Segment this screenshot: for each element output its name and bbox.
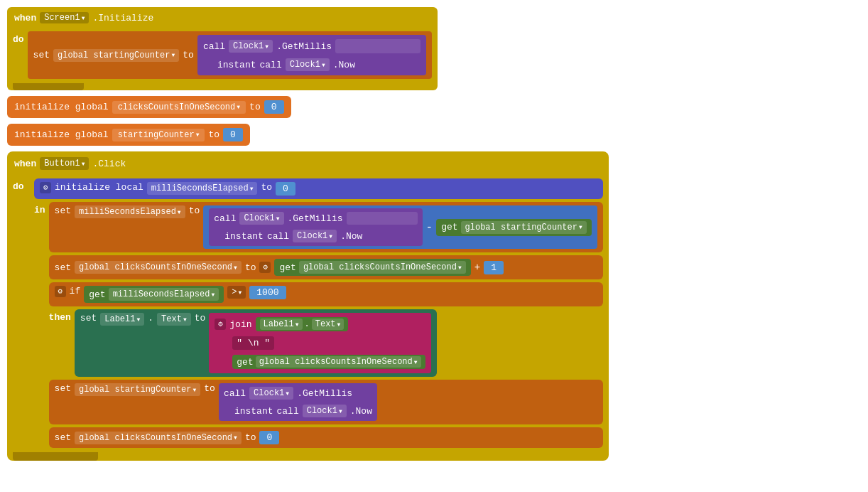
text-dropdown2[interactable]: Text [312,319,345,330]
global-clicks-dropdown3[interactable]: global clicksCountsInOneSecond [256,356,421,368]
block-canvas: when Screen1 .Initialize do set global s… [7,7,859,461]
gear-icon-3: ⚙ [55,286,66,297]
if-label: if [70,286,81,296]
clock1-dropdown-1[interactable]: Clock1 [229,40,273,53]
get-millis-3: .GetMillis [297,388,352,399]
do-label-2: do [13,178,31,192]
label1-dropdown2[interactable]: Label1 [260,319,303,330]
screen1-dropdown[interactable]: Screen1 [40,12,89,23]
global-clicks-dropdown[interactable]: global clicksCountsInOneSecond [75,261,242,274]
init-clicks-block: initialize global clicksCountsInOneSecon… [7,96,859,118]
global-clicks-dropdown4[interactable]: global clicksCountsInOneSecond [75,432,242,444]
now-label-2: .Now [340,231,362,242]
milli-var-dropdown3[interactable]: milliSecondsElapsed [109,288,219,301]
starting-var-dropdown[interactable]: startingCounter [112,129,205,141]
call-label-1b: call [259,60,281,70]
set-label-1: set [33,50,50,60]
now-label-3: .Now [350,406,372,417]
value-0-1: 0 [264,100,284,114]
get-millis-1: .GetMillis [276,41,332,52]
call-label-1: call [203,41,225,52]
milli-var-dropdown2[interactable]: milliSecondsElapsed [75,205,185,218]
gear-icon-4: ⚙ [215,319,226,330]
to-label-1: to [183,50,194,60]
call-label-2: call [214,213,236,224]
to-label-9: to [245,432,256,443]
gear-icon-2: ⚙ [259,262,271,273]
when-label: when [14,13,36,23]
clock1-dropdown-1b[interactable]: Clock1 [286,58,330,71]
value-1000: 1000 [249,286,286,299]
newline-label: " \n " [232,336,274,350]
click-label: .Click [92,159,126,169]
init-starting-block: initialize global startingCounter to 0 [7,124,859,146]
join-label: join [229,319,251,330]
call-label-2b: call [267,231,289,242]
value-1: 1 [484,261,504,274]
do-label: do [13,31,24,45]
set-label-5: set [55,383,71,394]
set-label-3: set [55,262,71,273]
clock1-dropdown-3[interactable]: Clock1 [249,387,293,400]
initialize-label: .Initialize [92,13,153,23]
global-starting-dropdown2[interactable]: global startingCounter [461,221,587,234]
then-label: then [49,309,71,323]
get-label-3: get [89,289,105,300]
clock1-dropdown-2[interactable]: Clock1 [239,212,283,225]
gear-icon-1: ⚙ [40,182,51,193]
instant-label-2: instant [224,231,264,242]
value-0-2: 0 [223,128,243,141]
clicks-var-dropdown[interactable]: clicksCountsInOneSecond [112,101,246,114]
global-starting-dropdown[interactable]: global startingCounter [53,49,179,62]
in-label: in [34,202,45,215]
value-0-milli: 0 [276,182,295,196]
init-local-label: initialize local [55,182,143,193]
global-clicks-dropdown2[interactable]: global clicksCountsInOneSecond [299,261,466,274]
set-label-2: set [55,205,71,216]
initialize-label-3: initialize global [14,129,109,140]
minus-label: - [426,221,433,234]
get-millis-2: .GetMillis [288,213,343,224]
get-label-1: get [441,222,457,232]
to-label-4: to [261,182,272,193]
to-label-3: to [208,129,219,140]
call-label-3: call [224,388,246,399]
to-label-6: to [245,262,256,273]
set-label-6: set [55,432,71,443]
get-label-2: get [279,262,295,273]
label1-dropdown[interactable]: Label1 [100,313,144,326]
value-0-final: 0 [259,431,279,444]
now-label-1: .Now [333,60,355,70]
when-button1-block: when Button1 .Click do ⚙ initialize loca… [7,151,859,461]
to-label-7: to [195,313,206,323]
instant-label-3: instant [234,406,273,417]
get-label-4: get [237,357,253,368]
clock1-dropdown-2b[interactable]: Clock1 [293,230,337,242]
milli-var-dropdown[interactable]: milliSecondsElapsed [147,182,258,195]
initialize-label-2: initialize global [14,102,109,112]
text-dropdown[interactable]: Text [157,313,191,326]
clock1-dropdown-3b[interactable]: Clock1 [303,405,347,417]
instant-label-1: instant [217,60,256,70]
global-starting-dropdown3[interactable]: global startingCounter [75,383,200,396]
when-label-2: when [14,159,36,169]
when-screen1-block: when Screen1 .Initialize do set global s… [7,7,859,90]
call-label-3b: call [276,406,298,417]
gt-dropdown[interactable]: > [227,286,246,299]
plus-label: + [474,262,480,273]
set-label-4: set [80,313,97,323]
button1-dropdown[interactable]: Button1 [40,157,89,170]
to-label-2: to [249,102,261,112]
to-label-5: to [189,205,200,216]
to-label-8: to [204,383,215,394]
